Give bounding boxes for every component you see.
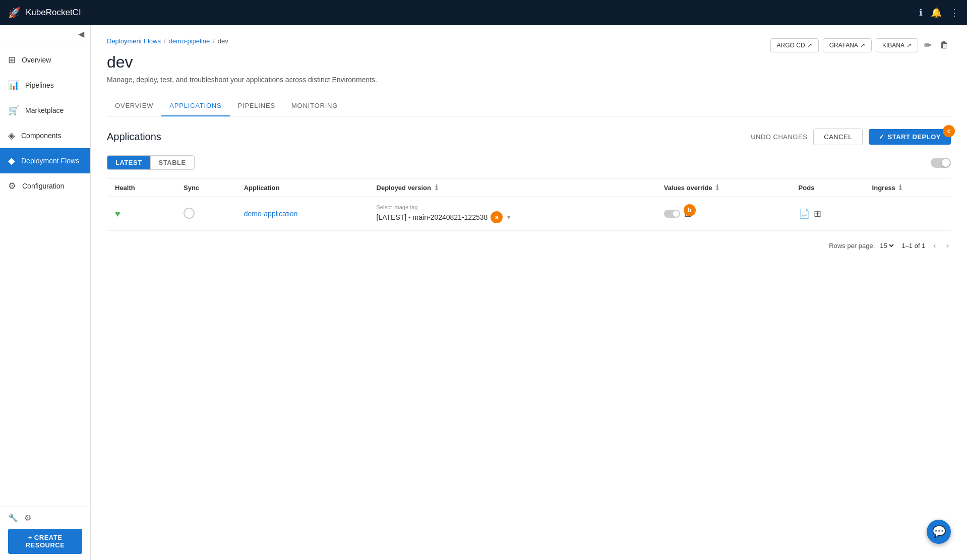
tab-overview[interactable]: OVERVIEW [107,96,161,116]
more-icon[interactable]: ⋮ [950,7,959,18]
breadcrumb-deployment-flows[interactable]: Deployment Flows [107,37,161,45]
configuration-icon: ⚙ [8,180,16,192]
version-label: Select image tag [377,204,648,210]
col-sync: Sync [175,178,236,197]
pipelines-icon: 📊 [8,80,19,91]
version-select-row: [LATEST] - main-20240821-122538 a ▼ [377,211,648,223]
sidebar-item-label: Pipelines [25,81,54,89]
sidebar-item-pipelines[interactable]: 📊 Pipelines [0,73,90,98]
rows-per-page-select[interactable]: 15 25 50 [878,241,895,250]
col-values-override: Values override ℹ [656,178,791,197]
breadcrumb-sep-1: / [164,37,166,45]
edit-page-button[interactable]: ✏ [922,38,934,53]
override-toggle[interactable] [664,210,680,218]
pod-list-icon[interactable]: 📄 [799,208,810,219]
application-link[interactable]: demo-application [244,210,298,218]
sidebar-item-deployment-flows[interactable]: ◆ Deployment Flows [0,148,90,173]
create-resource-label: + CREATE RESOURCE [16,534,74,549]
toggle-stable[interactable]: STABLE [150,156,194,169]
undo-changes-button[interactable]: UNDO CHANGES [751,133,807,141]
main-toggle-switch[interactable] [931,158,951,168]
applications-table: Health Sync Application Deployed version… [107,178,951,231]
logo-icon: 🚀 [8,7,21,19]
topbar-left: 🚀 KubeRocketCI [8,7,81,19]
breadcrumb-current: dev [218,37,228,45]
sidebar-item-marketplace[interactable]: 🛒 Marketplace [0,98,90,123]
sidebar: ◀ ⊞ Overview 📊 Pipelines 🛒 Marketplace ◈… [0,25,91,560]
health-heart-icon: ♥ [115,209,120,219]
toggle-latest[interactable]: LATEST [107,156,150,169]
badge-b: b [684,204,696,216]
kibana-button[interactable]: KIBANA ↗ [876,38,918,52]
argo-cd-label: ARGO CD [777,42,805,49]
deployed-version-info-icon: ℹ [435,183,438,192]
notification-icon[interactable]: 🔔 [931,7,942,18]
kibana-label: KIBANA [882,42,904,49]
collapse-button[interactable]: ◀ [78,29,84,39]
chat-fab-button[interactable]: 💬 [927,520,951,544]
grafana-external-icon: ↗ [860,42,865,49]
components-icon: ◈ [8,130,15,141]
override-cell: ⊡ b [664,208,782,219]
col-health: Health [107,178,175,197]
breadcrumb-demo-pipeline[interactable]: demo-pipeline [169,37,210,45]
settings-icon[interactable]: ⚙ [24,513,31,523]
cell-pods: 📄 ⊞ [791,197,864,231]
sidebar-collapse: ◀ [0,25,90,43]
version-value: [LATEST] - main-20240821-122538 [377,213,488,221]
ingress-info-icon: ℹ [899,183,901,192]
filter-row: LATEST STABLE [107,155,951,170]
tab-applications[interactable]: APPLICATIONS [161,96,229,116]
badge-a: a [491,211,503,223]
start-deploy-button[interactable]: ✓ START DEPLOY [869,129,951,145]
argo-cd-button[interactable]: ARGO CD ↗ [770,38,819,52]
overview-icon: ⊞ [8,54,16,66]
tab-monitoring[interactable]: MONITORING [283,96,346,116]
rows-per-page: Rows per page: 15 25 50 [829,241,895,250]
wrench-icon[interactable]: 🔧 [8,513,18,523]
sidebar-bottom-icons: 🔧 ⚙ [8,513,82,523]
pod-grid-icon[interactable]: ⊞ [814,208,821,219]
header-actions: ARGO CD ↗ GRAFANA ↗ KIBANA ↗ ✏ 🗑 [770,38,951,53]
create-resource-button[interactable]: + CREATE RESOURCE [8,529,82,554]
grafana-button[interactable]: GRAFANA ↗ [823,38,872,52]
cell-values-override: ⊡ b [656,197,791,231]
kibana-external-icon: ↗ [906,42,912,49]
topbar: 🚀 KubeRocketCI ℹ 🔔 ⋮ [0,0,967,25]
pods-cell: 📄 ⊞ [799,208,856,219]
version-dropdown-icon[interactable]: ▼ [506,214,512,221]
sidebar-item-overview[interactable]: ⊞ Overview [0,47,90,73]
col-pods: Pods [791,178,864,197]
info-icon[interactable]: ℹ [919,7,923,18]
grafana-label: GRAFANA [829,42,858,49]
section-title: Applications [107,131,161,143]
main-content: Deployment Flows / demo-pipeline / dev A… [91,25,967,560]
section-actions: UNDO CHANGES CANCEL ✓ START DEPLOY c [751,129,951,145]
breadcrumb-sep-2: / [213,37,215,45]
topbar-right: ℹ 🔔 ⋮ [919,7,959,18]
col-ingress: Ingress ℹ [864,178,951,197]
sidebar-item-label: Marketplace [25,106,64,114]
sidebar-item-configuration[interactable]: ⚙ Configuration [0,173,90,199]
prev-page-button[interactable]: ‹ [931,239,938,252]
next-page-button[interactable]: › [944,239,951,252]
toggle-switch-container [931,158,951,168]
edit-icon-wrapper: ⊡ b [684,208,692,219]
cell-ingress [864,197,951,231]
table-header-row: Health Sync Application Deployed version… [107,178,951,197]
section-header: Applications UNDO CHANGES CANCEL ✓ START… [107,129,951,145]
tab-pipelines[interactable]: PIPELINES [230,96,283,116]
badge-c: c [943,125,955,137]
col-deployed-version: Deployed version ℹ [369,178,656,197]
page-range: 1–1 of 1 [901,242,925,250]
sidebar-item-label: Overview [22,56,51,64]
tabs: OVERVIEW APPLICATIONS PIPELINES MONITORI… [107,96,951,116]
table-row: ♥ demo-application Select image tag [LAT… [107,197,951,231]
cell-application: demo-application [236,197,369,231]
sidebar-item-label: Components [21,132,61,140]
version-cell: Select image tag [LATEST] - main-2024082… [377,204,648,223]
cancel-button[interactable]: CANCEL [813,129,863,145]
delete-page-button[interactable]: 🗑 [938,38,951,52]
sidebar-bottom: 🔧 ⚙ + CREATE RESOURCE [0,507,90,560]
sidebar-item-components[interactable]: ◈ Components [0,123,90,148]
